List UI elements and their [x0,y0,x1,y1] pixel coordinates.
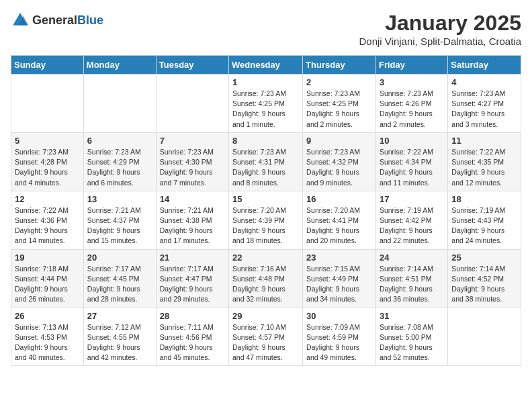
week-row-1: 1Sunrise: 7:23 AM Sunset: 4:25 PM Daylig… [11,75,521,133]
day-cell: 19Sunrise: 7:18 AM Sunset: 4:44 PM Dayli… [11,249,84,308]
calendar-title: January 2025 [359,11,522,36]
col-header-tuesday: Tuesday [156,56,228,75]
day-number: 14 [160,194,225,204]
logo-icon [11,11,30,30]
day-cell: 30Sunrise: 7:09 AM Sunset: 4:59 PM Dayli… [303,308,376,366]
logo-general: General [32,13,77,27]
day-number: 6 [87,136,152,146]
day-info: Sunrise: 7:23 AM Sunset: 4:31 PM Dayligh… [232,147,299,188]
day-cell: 2Sunrise: 7:23 AM Sunset: 4:25 PM Daylig… [303,75,376,133]
day-cell: 31Sunrise: 7:08 AM Sunset: 5:00 PM Dayli… [375,308,447,366]
day-info: Sunrise: 7:11 AM Sunset: 4:56 PM Dayligh… [160,322,225,363]
day-info: Sunrise: 7:23 AM Sunset: 4:26 PM Dayligh… [380,89,444,130]
day-number: 24 [380,253,444,263]
day-cell: 12Sunrise: 7:22 AM Sunset: 4:36 PM Dayli… [11,191,84,249]
day-cell: 26Sunrise: 7:13 AM Sunset: 4:53 PM Dayli… [11,308,84,366]
day-number: 16 [306,194,372,204]
day-number: 31 [380,311,444,321]
day-cell: 10Sunrise: 7:22 AM Sunset: 4:34 PM Dayli… [375,132,447,191]
day-cell: 18Sunrise: 7:19 AM Sunset: 4:43 PM Dayli… [448,191,521,249]
day-info: Sunrise: 7:23 AM Sunset: 4:28 PM Dayligh… [15,147,80,188]
day-info: Sunrise: 7:22 AM Sunset: 4:36 PM Dayligh… [15,205,80,246]
day-number: 29 [232,311,299,321]
day-cell: 27Sunrise: 7:12 AM Sunset: 4:55 PM Dayli… [83,308,156,366]
day-info: Sunrise: 7:16 AM Sunset: 4:48 PM Dayligh… [232,264,299,305]
col-header-monday: Monday [83,56,156,75]
day-cell: 11Sunrise: 7:22 AM Sunset: 4:35 PM Dayli… [448,132,521,191]
day-number: 18 [451,194,517,204]
day-info: Sunrise: 7:14 AM Sunset: 4:51 PM Dayligh… [380,264,444,305]
day-info: Sunrise: 7:20 AM Sunset: 4:39 PM Dayligh… [232,205,299,246]
day-cell: 16Sunrise: 7:20 AM Sunset: 4:41 PM Dayli… [303,191,376,249]
day-cell: 28Sunrise: 7:11 AM Sunset: 4:56 PM Dayli… [156,308,228,366]
day-info: Sunrise: 7:19 AM Sunset: 4:43 PM Dayligh… [451,205,517,246]
day-number: 30 [306,311,372,321]
day-info: Sunrise: 7:21 AM Sunset: 4:38 PM Dayligh… [160,205,225,246]
day-number: 20 [87,253,152,263]
day-info: Sunrise: 7:08 AM Sunset: 5:00 PM Dayligh… [380,322,444,363]
day-number: 23 [306,253,372,263]
header-row: SundayMondayTuesdayWednesdayThursdayFrid… [11,56,521,75]
day-number: 21 [160,253,225,263]
day-number: 13 [87,194,152,204]
day-info: Sunrise: 7:23 AM Sunset: 4:27 PM Dayligh… [451,89,517,130]
day-cell: 21Sunrise: 7:17 AM Sunset: 4:47 PM Dayli… [156,249,228,308]
day-cell: 7Sunrise: 7:23 AM Sunset: 4:30 PM Daylig… [156,132,228,191]
day-cell: 25Sunrise: 7:14 AM Sunset: 4:52 PM Dayli… [448,249,521,308]
week-row-2: 5Sunrise: 7:23 AM Sunset: 4:28 PM Daylig… [11,132,521,191]
day-info: Sunrise: 7:23 AM Sunset: 4:30 PM Dayligh… [160,147,225,188]
day-number: 15 [232,194,299,204]
day-info: Sunrise: 7:10 AM Sunset: 4:57 PM Dayligh… [232,322,299,363]
day-cell: 8Sunrise: 7:23 AM Sunset: 4:31 PM Daylig… [229,132,303,191]
day-number: 10 [380,136,444,146]
day-cell: 14Sunrise: 7:21 AM Sunset: 4:38 PM Dayli… [156,191,228,249]
day-cell: 4Sunrise: 7:23 AM Sunset: 4:27 PM Daylig… [448,75,521,133]
day-cell: 15Sunrise: 7:20 AM Sunset: 4:39 PM Dayli… [229,191,303,249]
day-number: 22 [232,253,299,263]
day-info: Sunrise: 7:20 AM Sunset: 4:41 PM Dayligh… [306,205,372,246]
day-cell: 3Sunrise: 7:23 AM Sunset: 4:26 PM Daylig… [375,75,447,133]
day-info: Sunrise: 7:14 AM Sunset: 4:52 PM Dayligh… [451,264,517,305]
day-number: 2 [306,77,372,87]
day-cell: 1Sunrise: 7:23 AM Sunset: 4:25 PM Daylig… [229,75,303,133]
day-info: Sunrise: 7:17 AM Sunset: 4:47 PM Dayligh… [160,264,225,305]
page-header: GeneralBlue January 2025 Donji Vinjani, … [11,11,521,47]
day-info: Sunrise: 7:12 AM Sunset: 4:55 PM Dayligh… [87,322,152,363]
day-cell: 13Sunrise: 7:21 AM Sunset: 4:37 PM Dayli… [83,191,156,249]
day-info: Sunrise: 7:23 AM Sunset: 4:25 PM Dayligh… [232,89,299,130]
week-row-4: 19Sunrise: 7:18 AM Sunset: 4:44 PM Dayli… [11,249,521,308]
day-number: 28 [160,311,225,321]
day-number: 4 [451,77,517,87]
day-info: Sunrise: 7:15 AM Sunset: 4:49 PM Dayligh… [306,264,372,305]
day-number: 12 [15,194,80,204]
day-number: 1 [232,77,299,87]
col-header-sunday: Sunday [11,56,84,75]
day-cell: 23Sunrise: 7:15 AM Sunset: 4:49 PM Dayli… [303,249,376,308]
day-cell: 20Sunrise: 7:17 AM Sunset: 4:45 PM Dayli… [83,249,156,308]
day-info: Sunrise: 7:21 AM Sunset: 4:37 PM Dayligh… [87,205,152,246]
day-info: Sunrise: 7:23 AM Sunset: 4:32 PM Dayligh… [306,147,372,188]
day-cell: 22Sunrise: 7:16 AM Sunset: 4:48 PM Dayli… [229,249,303,308]
day-cell: 24Sunrise: 7:14 AM Sunset: 4:51 PM Dayli… [375,249,447,308]
day-cell [156,75,228,133]
col-header-wednesday: Wednesday [229,56,303,75]
day-info: Sunrise: 7:19 AM Sunset: 4:42 PM Dayligh… [380,205,444,246]
day-cell [448,308,521,366]
day-number: 7 [160,136,225,146]
day-number: 11 [451,136,517,146]
day-info: Sunrise: 7:22 AM Sunset: 4:35 PM Dayligh… [451,147,517,188]
day-cell: 6Sunrise: 7:23 AM Sunset: 4:29 PM Daylig… [83,132,156,191]
day-number: 8 [232,136,299,146]
day-cell [11,75,84,133]
week-row-5: 26Sunrise: 7:13 AM Sunset: 4:53 PM Dayli… [11,308,521,366]
day-number: 5 [15,136,80,146]
day-info: Sunrise: 7:17 AM Sunset: 4:45 PM Dayligh… [87,264,152,305]
day-info: Sunrise: 7:23 AM Sunset: 4:29 PM Dayligh… [87,147,152,188]
day-number: 25 [451,253,517,263]
day-number: 19 [15,253,80,263]
col-header-saturday: Saturday [448,56,521,75]
day-cell: 9Sunrise: 7:23 AM Sunset: 4:32 PM Daylig… [303,132,376,191]
calendar-table: SundayMondayTuesdayWednesdayThursdayFrid… [11,55,521,366]
day-info: Sunrise: 7:23 AM Sunset: 4:25 PM Dayligh… [306,89,372,130]
logo-blue: Blue [77,13,103,27]
